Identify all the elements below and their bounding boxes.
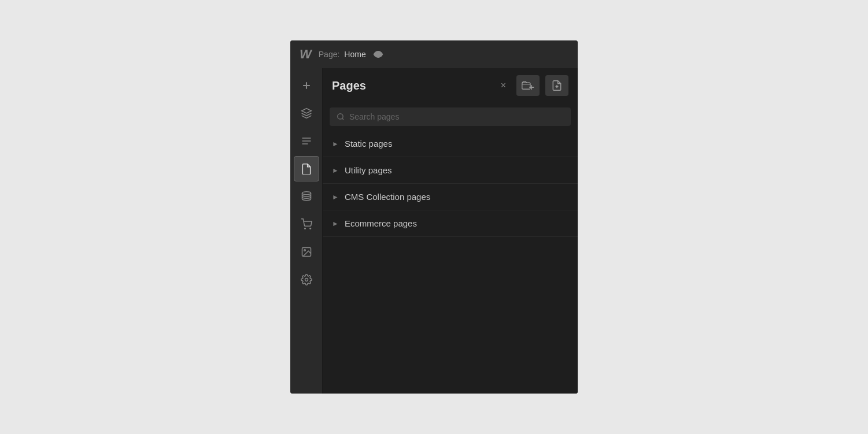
- search-icon: [337, 113, 345, 121]
- svg-point-11: [305, 279, 308, 281]
- search-bar: [323, 103, 578, 131]
- svg-point-8: [309, 228, 311, 229]
- sidebar-item-ecommerce[interactable]: [294, 212, 319, 237]
- app-window: W Page: Home: [290, 40, 578, 394]
- pages-panel: Pages ×: [323, 68, 578, 394]
- webflow-logo: W: [300, 47, 312, 62]
- plus-icon: [301, 80, 312, 91]
- page-icon: [301, 163, 312, 175]
- preview-button[interactable]: [371, 47, 386, 62]
- page-groups-list: ► Static pages ► Utility pages ► CMS Col…: [323, 131, 578, 394]
- panel-title: Pages: [332, 79, 496, 92]
- svg-point-17: [338, 114, 343, 119]
- add-folder-button[interactable]: [516, 75, 540, 96]
- add-folder-icon: [522, 80, 534, 91]
- search-input-wrapper: [330, 107, 571, 126]
- database-icon: [301, 191, 312, 202]
- cart-icon: [301, 218, 312, 230]
- page-group-utility[interactable]: ► Utility pages: [323, 157, 578, 184]
- sidebar-item-cms[interactable]: [294, 184, 319, 209]
- svg-point-7: [304, 228, 305, 229]
- add-page-button[interactable]: [545, 75, 568, 96]
- sidebar-item-pages[interactable]: [294, 156, 319, 181]
- sidebar-item-settings[interactable]: [294, 267, 319, 292]
- page-group-ecommerce-label: Ecommerce pages: [345, 218, 417, 228]
- page-group-cms-label: CMS Collection pages: [345, 192, 430, 202]
- gear-icon: [301, 274, 312, 285]
- page-group-static[interactable]: ► Static pages: [323, 131, 578, 157]
- page-group-static-label: Static pages: [345, 139, 393, 149]
- sidebar-item-components[interactable]: [294, 101, 319, 126]
- cube-icon: [301, 107, 312, 119]
- top-bar: W Page: Home: [290, 40, 578, 68]
- image-icon: [301, 246, 312, 258]
- sidebar: [290, 68, 323, 394]
- page-group-utility-label: Utility pages: [345, 165, 392, 175]
- eye-icon: [373, 49, 383, 60]
- sidebar-item-add[interactable]: [294, 73, 319, 98]
- svg-rect-12: [522, 83, 530, 89]
- svg-line-18: [342, 118, 344, 120]
- add-page-icon: [551, 80, 563, 91]
- panel-close-button[interactable]: ×: [501, 80, 506, 91]
- svg-point-10: [304, 250, 305, 251]
- list-icon: [301, 135, 312, 147]
- panel-header: Pages ×: [323, 68, 578, 103]
- page-group-cms[interactable]: ► CMS Collection pages: [323, 184, 578, 210]
- page-label: Page:: [319, 50, 340, 59]
- sidebar-item-assets[interactable]: [294, 239, 319, 265]
- page-group-ecommerce[interactable]: ► Ecommerce pages: [323, 210, 578, 237]
- main-area: Pages ×: [290, 68, 578, 394]
- sidebar-item-navigator[interactable]: [294, 128, 319, 154]
- page-name: Home: [344, 50, 365, 59]
- chevron-right-icon: ►: [332, 140, 339, 148]
- chevron-right-icon: ►: [332, 220, 339, 228]
- chevron-right-icon: ►: [332, 166, 339, 175]
- chevron-right-icon: ►: [332, 193, 339, 201]
- svg-point-6: [302, 192, 311, 195]
- search-input[interactable]: [349, 112, 564, 121]
